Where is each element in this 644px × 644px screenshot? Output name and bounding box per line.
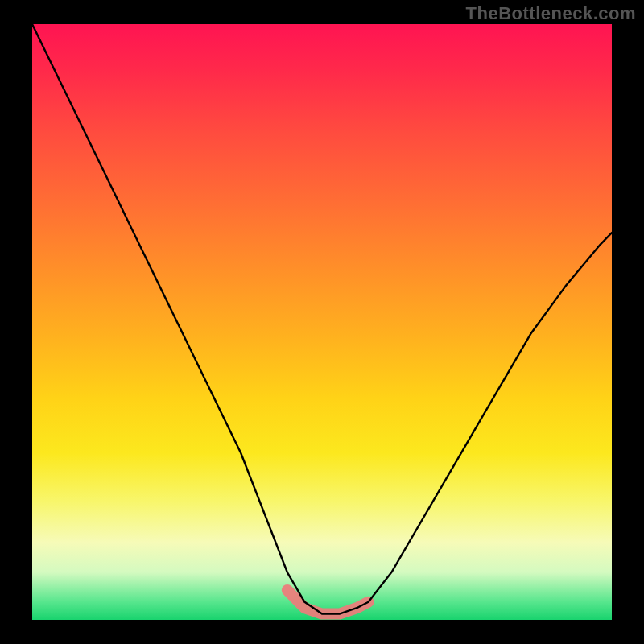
bottleneck-curve (32, 24, 612, 614)
plot-area (32, 24, 612, 620)
chart-frame: TheBottleneck.com (0, 0, 644, 644)
curve-svg (32, 24, 612, 620)
watermark-text: TheBottleneck.com (466, 3, 636, 24)
